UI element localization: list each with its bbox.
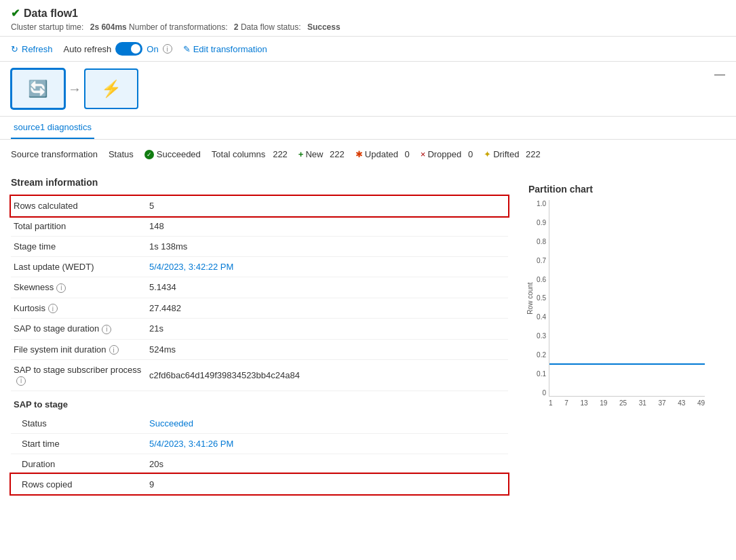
drifted-group: ✦ Drifted 222: [484, 149, 541, 159]
edit-transformation-button[interactable]: ✎ Edit transformation: [183, 44, 267, 54]
stream-row-label: Stage time: [11, 237, 147, 257]
stream-info-table: Rows calculated5Total partition148Stage …: [11, 196, 508, 391]
info-icon[interactable]: i: [48, 304, 58, 313]
info-icon[interactable]: i: [56, 283, 66, 293]
y-axis-label: 0.2: [537, 351, 546, 359]
diagram-nodes: 🔄 → ⚡: [11, 68, 725, 109]
chart-dashed-line: [549, 363, 705, 365]
y-axis-label: 0.4: [537, 313, 546, 321]
stream-info-row: SAP to stage durationi21s: [11, 319, 508, 340]
node-arrow: →: [68, 81, 81, 97]
auto-refresh-label: Auto refresh: [64, 44, 112, 54]
on-label: On: [147, 44, 158, 54]
total-columns-group: Total columns 222: [212, 149, 288, 159]
partition-chart: 1.00.90.80.70.60.50.40.30.20.10 Row coun…: [528, 200, 705, 417]
stream-row-label: Skewnessi: [11, 277, 147, 298]
sap-row-value: 20s: [147, 454, 508, 474]
updated-label: Updated: [365, 149, 398, 159]
x-axis-label: 7: [564, 399, 568, 407]
page-header: ✔ Data flow1 Cluster startup time: 2s 60…: [0, 0, 736, 37]
y-axis-label: 0.6: [537, 276, 546, 283]
diagram-area: 🔄 → ⚡ —: [0, 62, 736, 117]
sap-row-value: Succeeded: [147, 414, 508, 434]
stream-row-label: Kurtosisi: [11, 298, 147, 319]
content-area: Stream information Rows calculated5Total…: [0, 166, 736, 506]
y-axis-label: 0.3: [537, 332, 546, 340]
y-axis-label: 0.5: [537, 294, 546, 302]
source-node[interactable]: 🔄: [11, 68, 65, 109]
dropped-label: Dropped: [427, 149, 461, 159]
y-axis-label: 0.1: [537, 370, 546, 378]
stream-info-row: Kurtosisi27.4482: [11, 298, 508, 319]
drifted-label: Drifted: [493, 149, 519, 159]
transform-node-icon: ⚡: [101, 79, 121, 98]
updated-group: ✱ Updated 0: [355, 149, 410, 159]
cluster-startup-label: Cluster startup time:: [11, 22, 83, 32]
minimize-button[interactable]: —: [714, 68, 725, 81]
dropped-value: 0: [468, 149, 473, 159]
success-icon: ✔: [11, 7, 20, 20]
right-panel: Partition chart 1.00.90.80.70.60.50.40.3…: [522, 177, 725, 495]
stream-row-value: 148: [147, 216, 508, 237]
x-axis-label: 25: [619, 399, 627, 407]
stream-row-value: 21s: [147, 319, 508, 340]
y-axis-label: 0.7: [537, 257, 546, 264]
plus-icon: +: [298, 149, 304, 159]
stream-info-row: Skewnessi5.1434: [11, 277, 508, 298]
stream-info-row: Total partition148: [11, 216, 508, 237]
updated-value: 0: [405, 149, 410, 159]
sap-row-label: Duration: [11, 454, 147, 474]
edit-transform-label: Edit transformation: [193, 44, 267, 54]
new-value: 222: [330, 149, 345, 159]
y-axis-label: 0.8: [537, 238, 546, 245]
info-icon[interactable]: i: [16, 376, 26, 386]
stream-info-row: Last update (WEDT)5/4/2023, 3:42:22 PM: [11, 257, 508, 277]
sap-to-stage-section: SAP to stage StatusSucceededStart time5/…: [11, 399, 508, 495]
transform-node[interactable]: ⚡: [84, 68, 138, 109]
sap-row-label: Status: [11, 414, 147, 434]
partition-chart-title: Partition chart: [528, 184, 718, 195]
y-axis-label: 0: [542, 389, 546, 397]
cross-icon: ×: [421, 149, 426, 159]
stream-row-value: c2fd6bac64d149f39834523bb4c24a84: [147, 360, 508, 391]
toolbar: ↻ Refresh Auto refresh On i ✎ Edit trans…: [0, 37, 736, 62]
stream-row-label: SAP to stage durationi: [11, 319, 147, 340]
x-axis-label: 49: [697, 399, 705, 407]
stream-row-label: Rows calculated: [11, 196, 147, 216]
x-axis-label: 19: [600, 399, 607, 407]
dataflow-status-label: Data flow status:: [241, 22, 301, 32]
cluster-startup-value: 2s 604ms: [90, 22, 127, 32]
new-group: + New 222: [298, 149, 345, 159]
source-transformation-label: Source transformation: [11, 149, 98, 159]
stream-row-label: Total partition: [11, 216, 147, 237]
auto-refresh-group: Auto refresh On i: [64, 42, 172, 56]
sap-row-label: Rows copied: [11, 474, 147, 494]
auto-refresh-toggle[interactable]: [115, 42, 142, 56]
x-axis-label: 43: [678, 399, 685, 407]
auto-refresh-info-icon[interactable]: i: [163, 44, 172, 54]
x-axis-label: 13: [580, 399, 587, 407]
stream-row-label: File system init durationi: [11, 339, 147, 360]
stream-info-row: Stage time1s 138ms: [11, 237, 508, 257]
header-meta: Cluster startup time: 2s 604ms Number of…: [11, 22, 725, 32]
num-transforms-value: 2: [234, 22, 239, 32]
dataflow-status-value: Success: [307, 22, 341, 32]
chart-y-label: Row count: [526, 282, 534, 314]
status-label: Status: [109, 149, 134, 159]
y-axis-label: 1.0: [537, 200, 546, 207]
total-columns-label: Total columns: [212, 149, 265, 159]
stream-row-value: 27.4482: [147, 298, 508, 319]
info-icon[interactable]: i: [102, 325, 111, 334]
x-axis-label: 1: [549, 399, 553, 407]
sap-row: Start time5/4/2023, 3:41:26 PM: [11, 433, 508, 454]
left-panel: Stream information Rows calculated5Total…: [11, 177, 508, 495]
info-icon[interactable]: i: [109, 345, 119, 355]
refresh-button[interactable]: ↻ Refresh: [11, 44, 53, 54]
stream-info-row: Rows calculated5: [11, 196, 508, 216]
stream-info-title: Stream information: [11, 177, 508, 188]
page-title: Data flow1: [24, 7, 78, 20]
source1-diagnostics-tab[interactable]: source1 diagnostics: [11, 117, 94, 139]
source-node-icon: 🔄: [28, 79, 48, 98]
stream-info-row: File system init durationi524ms: [11, 339, 508, 360]
status-value: Succeeded: [157, 149, 201, 159]
